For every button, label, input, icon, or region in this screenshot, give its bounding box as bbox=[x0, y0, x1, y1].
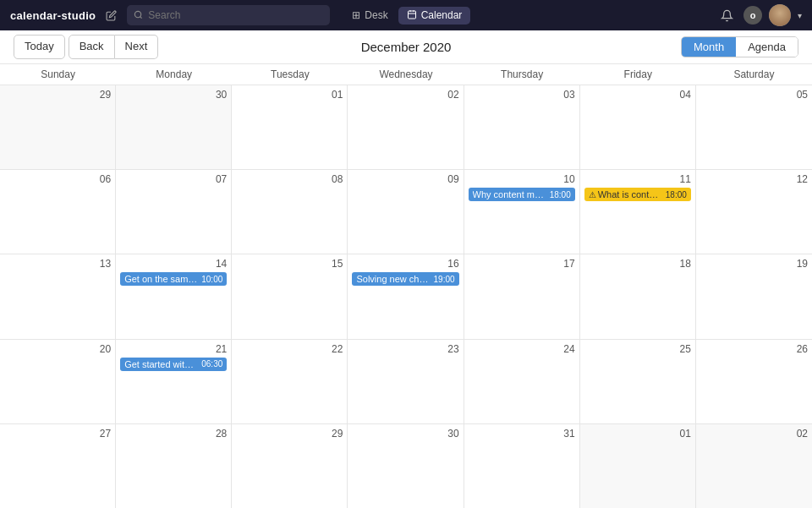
day-cell[interactable]: 05 bbox=[696, 85, 812, 169]
day-header-wed: Wednesday bbox=[348, 64, 464, 85]
event-warning-icon: ⚠ bbox=[589, 190, 596, 199]
search-input[interactable] bbox=[148, 9, 323, 21]
day-number: 29 bbox=[4, 89, 111, 101]
day-cell[interactable]: 25 bbox=[580, 340, 696, 423]
day-number: 27 bbox=[4, 428, 111, 440]
bell-icon[interactable] bbox=[716, 5, 737, 25]
day-number: 26 bbox=[700, 343, 808, 355]
day-number: 06 bbox=[4, 173, 111, 185]
edit-icon[interactable] bbox=[106, 10, 117, 21]
search-icon bbox=[134, 10, 143, 21]
day-number: 04 bbox=[584, 89, 691, 101]
next-button[interactable]: Next bbox=[115, 35, 159, 58]
day-cell[interactable]: 01 bbox=[232, 85, 348, 169]
day-cell[interactable]: 17 bbox=[464, 254, 580, 338]
day-cell[interactable]: 28 bbox=[116, 424, 232, 508]
day-cell[interactable]: 03 bbox=[464, 85, 580, 169]
day-cell[interactable]: 08 bbox=[232, 170, 348, 254]
day-cell[interactable]: 26 bbox=[696, 340, 812, 423]
day-cell[interactable]: 04 bbox=[580, 85, 696, 169]
day-cell[interactable]: 27 bbox=[0, 424, 116, 508]
day-cell[interactable]: 20 bbox=[0, 340, 116, 423]
day-number: 02 bbox=[352, 89, 458, 101]
day-header-sun: Sunday bbox=[0, 64, 116, 85]
day-cell[interactable]: 09 bbox=[348, 170, 464, 254]
day-cell[interactable]: 31 bbox=[464, 424, 580, 508]
app-title: calendar-studio bbox=[10, 9, 96, 22]
search-bar[interactable] bbox=[127, 5, 330, 25]
day-cell[interactable]: 18 bbox=[580, 254, 696, 338]
tab-desk[interactable]: ⊞ Desk bbox=[343, 7, 396, 24]
desk-icon: ⊞ bbox=[352, 9, 360, 21]
week-row-2: 1314Get on the same pag...10:001516Solvi… bbox=[0, 254, 812, 339]
day-cell[interactable]: 07 bbox=[116, 170, 232, 254]
day-cell[interactable]: 15 bbox=[232, 254, 348, 338]
day-cell[interactable]: 30 bbox=[116, 85, 232, 169]
svg-line-1 bbox=[140, 16, 142, 18]
svg-point-0 bbox=[135, 11, 141, 17]
chevron-down-icon[interactable]: ▾ bbox=[798, 11, 802, 20]
day-header-mon: Monday bbox=[116, 64, 232, 85]
day-cell[interactable]: 14Get on the same pag...10:00 bbox=[116, 254, 232, 338]
day-number: 05 bbox=[700, 89, 808, 101]
top-navigation: calendar-studio ⊞ Desk Calendar bbox=[0, 0, 812, 30]
day-cell[interactable]: 30 bbox=[348, 424, 464, 508]
day-cell[interactable]: 01 bbox=[580, 424, 696, 508]
month-view-button[interactable]: Month bbox=[682, 37, 736, 57]
calendar-event[interactable]: ⚠What is content m...18:00 bbox=[584, 188, 691, 201]
week-row-3: 2021Get started with the ...06:302223242… bbox=[0, 340, 812, 424]
day-number: 08 bbox=[236, 173, 343, 185]
agenda-view-button[interactable]: Agenda bbox=[736, 37, 798, 57]
day-cell[interactable]: 13 bbox=[0, 254, 116, 338]
day-header-thu: Thursday bbox=[464, 64, 580, 85]
day-number: 28 bbox=[120, 428, 227, 440]
calendar-controls: Today Back Next December 2020 Month Agen… bbox=[0, 30, 812, 64]
calendar-event[interactable]: Get started with the ...06:30 bbox=[120, 358, 227, 371]
day-number: 23 bbox=[352, 343, 458, 355]
day-cell[interactable]: 12 bbox=[696, 170, 812, 254]
day-number: 24 bbox=[469, 343, 575, 355]
day-cell[interactable]: 02 bbox=[696, 424, 812, 508]
day-number: 12 bbox=[700, 173, 808, 185]
day-cell[interactable]: 19 bbox=[696, 254, 812, 338]
today-button[interactable]: Today bbox=[14, 35, 65, 58]
weeks-container: 293001020304050607080910Why content mode… bbox=[0, 85, 812, 508]
day-cell[interactable]: 29 bbox=[0, 85, 116, 169]
event-time: 06:30 bbox=[201, 359, 222, 369]
svg-rect-2 bbox=[408, 11, 415, 19]
user-letter-badge[interactable]: o bbox=[743, 6, 762, 25]
day-cell[interactable]: 22 bbox=[232, 340, 348, 423]
week-row-1: 0607080910Why content modelin...18:0011⚠… bbox=[0, 170, 812, 254]
event-title: Solving new challeng... bbox=[356, 274, 430, 284]
day-number: 30 bbox=[352, 428, 458, 440]
user-avatar[interactable] bbox=[769, 4, 791, 26]
day-number: 07 bbox=[120, 173, 227, 185]
calendar-event[interactable]: Get on the same pag...10:00 bbox=[120, 272, 227, 286]
day-cell[interactable]: 02 bbox=[348, 85, 464, 169]
day-number: 19 bbox=[700, 258, 808, 270]
day-cell[interactable]: 10Why content modelin...18:00 bbox=[464, 170, 580, 254]
day-number: 14 bbox=[120, 258, 227, 270]
day-cell[interactable]: 06 bbox=[0, 170, 116, 254]
day-cell[interactable]: 29 bbox=[232, 424, 348, 508]
event-title: Why content modelin... bbox=[473, 189, 546, 199]
tab-calendar-label: Calendar bbox=[421, 9, 463, 21]
day-cell[interactable]: 23 bbox=[348, 340, 464, 423]
day-cell[interactable]: 11⚠What is content m...18:00 bbox=[580, 170, 696, 254]
day-cell[interactable]: 16Solving new challeng...19:00 bbox=[348, 254, 464, 338]
day-number: 31 bbox=[469, 428, 575, 440]
back-button[interactable]: Back bbox=[69, 35, 115, 58]
day-cell[interactable]: 24 bbox=[464, 340, 580, 423]
tab-calendar[interactable]: Calendar bbox=[398, 7, 471, 25]
calendar-event[interactable]: Solving new challeng...19:00 bbox=[352, 272, 458, 286]
day-number: 20 bbox=[4, 343, 111, 355]
event-title: Get on the same pag... bbox=[124, 274, 198, 284]
event-time: 18:00 bbox=[666, 190, 687, 199]
calendar-month-title: December 2020 bbox=[361, 40, 452, 54]
day-number: 22 bbox=[236, 343, 343, 355]
nav-tabs: ⊞ Desk Calendar bbox=[343, 7, 470, 25]
day-number: 21 bbox=[120, 343, 227, 355]
day-cell[interactable]: 21Get started with the ...06:30 bbox=[116, 340, 232, 423]
day-number: 29 bbox=[236, 428, 343, 440]
calendar-event[interactable]: Why content modelin...18:00 bbox=[469, 188, 575, 201]
